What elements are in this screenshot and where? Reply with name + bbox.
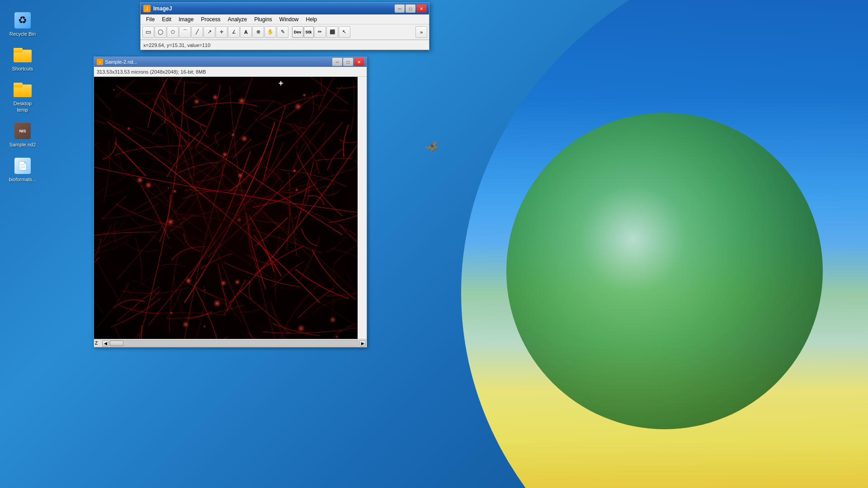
close-button[interactable]: ✕ (416, 5, 426, 13)
tool-dev[interactable]: Dev (292, 26, 303, 38)
image-info-bar: 313.53x313.53 microns (2048x2048); 16-bi… (94, 67, 367, 77)
menu-plugins[interactable]: Plugins (250, 15, 275, 23)
recycle-bin-label: Recycle Bin (9, 31, 36, 37)
image-window-controls: ─ □ ✕ (332, 58, 364, 66)
menu-file[interactable]: File (142, 15, 158, 23)
minimize-button[interactable]: ─ (395, 5, 405, 13)
scroll-thumb[interactable] (110, 341, 123, 346)
menu-edit[interactable]: Edit (158, 15, 175, 23)
desktop-icons-area: ♻ Recycle Bin Shortcuts Desktoptemp NIS … (0, 5, 45, 189)
tool-hand[interactable]: ✋ (264, 26, 276, 38)
bioformats-img: 📄 (14, 158, 31, 174)
sample-nd2-label: Sample.nd2 (9, 142, 36, 148)
tool-cross[interactable]: ✛ (216, 26, 227, 38)
image-title-icon: J (97, 59, 103, 65)
tool-text[interactable]: A (240, 26, 252, 38)
status-text: x=229.64, y=15.31, value=110 (143, 42, 210, 48)
image-titlebar[interactable]: J Sample-2.nd... ─ □ ✕ (94, 57, 367, 67)
tool-more[interactable]: » (415, 26, 427, 38)
shortcuts-icon[interactable]: Shortcuts (5, 44, 41, 74)
shortcuts-label: Shortcuts (12, 66, 33, 72)
image-close-button[interactable]: ✕ (354, 58, 364, 66)
scroll-z-label: Z (95, 341, 101, 346)
desktop: 🦋 ♻ Recycle Bin Shortcuts Desktoptemp (0, 0, 868, 488)
tool-poly[interactable]: ⬠ (167, 26, 179, 38)
maximize-button[interactable]: □ (406, 5, 415, 13)
imagej-window: J ImageJ ─ □ ✕ File Edit Image Process A… (140, 2, 429, 50)
desktop-temp-folder-img (14, 83, 32, 97)
tool-paint[interactable]: ⬛ (326, 26, 338, 38)
bioformats-label: bioformats... (9, 177, 37, 183)
scroll-right-button[interactable]: ▶ (359, 340, 366, 347)
recycle-bin-img: ♻ (14, 12, 31, 28)
image-canvas[interactable] (94, 77, 358, 339)
imagej-title-icon: J (143, 5, 151, 12)
menu-process[interactable]: Process (197, 15, 224, 23)
nis-img: NIS (14, 123, 31, 139)
tool-arrow[interactable]: ↗ (203, 26, 215, 38)
menu-window[interactable]: Window (276, 15, 302, 23)
butterfly-icon: 🦋 (423, 138, 440, 155)
desktop-temp-icon[interactable]: Desktoptemp (5, 79, 41, 115)
image-canvas-container[interactable]: + (94, 77, 367, 339)
tool-pencil[interactable]: ✏ (314, 26, 326, 38)
menu-image[interactable]: Image (175, 15, 197, 23)
sample-nd2-icon[interactable]: NIS Sample.nd2 (5, 120, 41, 150)
imagej-title: ImageJ (153, 5, 392, 12)
tool-color[interactable]: ✎ (277, 26, 288, 38)
menu-analyze[interactable]: Analyze (224, 15, 251, 23)
menu-help[interactable]: Help (302, 15, 321, 23)
tool-oval[interactable]: ◯ (155, 26, 166, 38)
tool-zoom[interactable]: ⊕ (252, 26, 264, 38)
tool-pointer[interactable]: ↖ (339, 26, 350, 38)
imagej-titlebar[interactable]: J ImageJ ─ □ ✕ (141, 3, 429, 14)
image-minimize-button[interactable]: ─ (332, 58, 342, 66)
tool-rect[interactable]: ▭ (142, 26, 154, 38)
image-maximize-button[interactable]: □ (343, 58, 353, 66)
tool-freehand[interactable]: ⌒ (179, 26, 191, 38)
scroll-left-button[interactable]: ◀ (102, 340, 108, 347)
image-info-text: 313.53x313.53 microns (2048x2048); 16-bi… (97, 69, 206, 75)
toolbar: ▭ ◯ ⬠ ⌒ ╱ ↗ ✛ ∠ A ⊕ ✋ ✎ Dev Stk ✏ ⬛ ↖ » (141, 24, 429, 40)
win7-orb (506, 113, 823, 429)
imagej-statusbar: x=229.64, y=15.31, value=110 (141, 40, 429, 50)
image-title: Sample-2.nd... (105, 59, 330, 65)
image-scrollbar: Z ◀ ▶ (94, 339, 367, 347)
desktop-temp-label: Desktoptemp (14, 101, 32, 113)
image-window: J Sample-2.nd... ─ □ ✕ 313.53x313.53 mic… (94, 56, 367, 347)
tool-stk[interactable]: Stk (304, 26, 314, 38)
window-controls: ─ □ ✕ (395, 5, 426, 13)
shortcuts-folder-img (14, 48, 32, 62)
recycle-bin-icon[interactable]: ♻ Recycle Bin (5, 9, 41, 39)
menu-bar: File Edit Image Process Analyze Plugins … (141, 14, 429, 24)
bioformats-icon[interactable]: 📄 bioformats... (5, 155, 41, 185)
tool-angle[interactable]: ∠ (228, 26, 240, 38)
scroll-track[interactable] (109, 340, 359, 347)
tool-line[interactable]: ╱ (191, 26, 203, 38)
